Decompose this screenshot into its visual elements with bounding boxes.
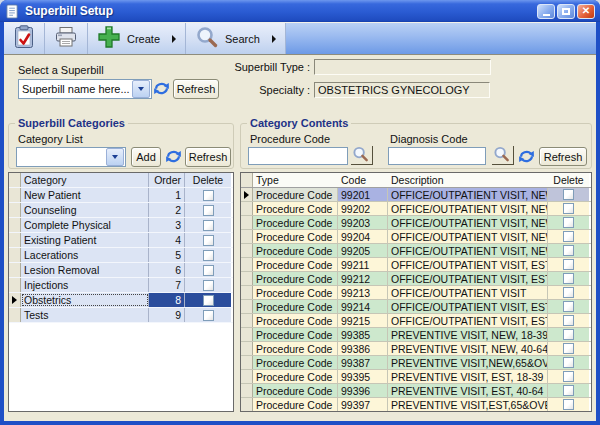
type-cell[interactable]: Procedure Code: [253, 314, 338, 327]
table-row[interactable]: Lacerations5: [9, 248, 233, 263]
titlebar[interactable]: Superbill Setup ✕: [0, 0, 600, 22]
table-row[interactable]: Procedure Code99386PREVENTIVE VISIT, NEW…: [241, 342, 591, 356]
table-row[interactable]: Procedure Code99385PREVENTIVE VISIT, NEW…: [241, 328, 591, 342]
create-menu-arrow-icon[interactable]: [172, 35, 176, 43]
delete-checkbox[interactable]: [563, 371, 574, 382]
delete-checkbox[interactable]: [563, 189, 574, 200]
table-row[interactable]: Procedure Code99203OFFICE/OUTPATIENT VIS…: [241, 216, 591, 230]
description-cell[interactable]: OFFICE/OUTPATIENT VISIT, EST: [388, 272, 548, 285]
delete-checkbox[interactable]: [203, 250, 214, 261]
delete-checkbox[interactable]: [563, 301, 574, 312]
table-row[interactable]: Procedure Code99387PREVENTIVE VISIT,NEW,…: [241, 356, 591, 370]
code-cell[interactable]: 99386: [338, 342, 388, 355]
delete-checkbox[interactable]: [563, 399, 574, 410]
table-row[interactable]: Counseling2: [9, 203, 233, 218]
description-column-header[interactable]: Description: [388, 173, 548, 187]
refresh-categories-icon[interactable]: [165, 149, 185, 166]
order-cell[interactable]: 6: [149, 263, 185, 277]
row-selector-cell[interactable]: [241, 286, 253, 299]
row-selector-cell[interactable]: [241, 216, 253, 229]
diagnosis-code-search-button[interactable]: [492, 146, 514, 165]
order-cell[interactable]: 2: [149, 203, 185, 217]
row-selector-cell[interactable]: [9, 263, 21, 277]
delete-checkbox[interactable]: [563, 217, 574, 228]
delete-checkbox[interactable]: [563, 287, 574, 298]
type-cell[interactable]: Procedure Code: [253, 356, 338, 369]
order-cell[interactable]: 3: [149, 218, 185, 232]
refresh-contents-icon[interactable]: [518, 149, 538, 166]
type-cell[interactable]: Procedure Code: [253, 286, 338, 299]
table-row[interactable]: Procedure Code99211OFFICE/OUTPATIENT VIS…: [241, 258, 591, 272]
category-cell[interactable]: Tests: [21, 308, 149, 322]
type-column-header[interactable]: Type: [253, 173, 338, 187]
type-cell[interactable]: Procedure Code: [253, 384, 338, 397]
description-cell[interactable]: PREVENTIVE VISIT,EST,65&OVER: [388, 398, 548, 411]
delete-checkbox[interactable]: [203, 310, 214, 321]
delete-checkbox[interactable]: [203, 280, 214, 291]
type-cell[interactable]: Procedure Code: [253, 258, 338, 271]
description-cell[interactable]: OFFICE/OUTPATIENT VISIT, NEW: [388, 244, 548, 257]
type-cell[interactable]: Procedure Code: [253, 244, 338, 257]
table-row[interactable]: New Patient1: [9, 188, 233, 203]
description-cell[interactable]: OFFICE/OUTPATIENT VISIT, NEW: [388, 216, 548, 229]
delete-checkbox[interactable]: [563, 315, 574, 326]
table-row[interactable]: Procedure Code99202OFFICE/OUTPATIENT VIS…: [241, 202, 591, 216]
description-cell[interactable]: OFFICE/OUTPATIENT VISIT, EST: [388, 258, 548, 271]
procedure-code-input[interactable]: [248, 147, 348, 165]
order-cell[interactable]: 5: [149, 248, 185, 262]
refresh-superbill-button[interactable]: Refresh: [173, 79, 219, 99]
row-selector-cell[interactable]: [9, 218, 21, 232]
row-selector-cell[interactable]: [241, 342, 253, 355]
row-selector-cell[interactable]: [9, 203, 21, 217]
code-cell[interactable]: 99213: [338, 286, 388, 299]
code-column-header[interactable]: Code: [338, 173, 388, 187]
minimize-button[interactable]: [537, 4, 555, 19]
category-cell[interactable]: Obstetrics: [21, 293, 149, 307]
code-cell[interactable]: 99387: [338, 356, 388, 369]
code-cell[interactable]: 99385: [338, 328, 388, 341]
code-cell[interactable]: 99396: [338, 384, 388, 397]
create-button[interactable]: Create: [88, 23, 186, 54]
row-selector-cell[interactable]: [9, 293, 21, 307]
code-cell[interactable]: 99202: [338, 202, 388, 215]
delete-checkbox[interactable]: [563, 273, 574, 284]
code-cell[interactable]: 99215: [338, 314, 388, 327]
table-row[interactable]: Procedure Code99215OFFICE/OUTPATIENT VIS…: [241, 314, 591, 328]
delete-checkbox[interactable]: [563, 203, 574, 214]
type-cell[interactable]: Procedure Code: [253, 398, 338, 411]
row-selector-cell[interactable]: [9, 248, 21, 262]
type-cell[interactable]: Procedure Code: [253, 230, 338, 243]
order-column-header[interactable]: Order: [149, 173, 185, 187]
table-row[interactable]: Procedure Code99204OFFICE/OUTPATIENT VIS…: [241, 230, 591, 244]
order-cell[interactable]: 9: [149, 308, 185, 322]
row-selector-cell[interactable]: [9, 278, 21, 292]
description-cell[interactable]: PREVENTIVE VISIT, NEW, 18-39: [388, 328, 548, 341]
chevron-down-icon[interactable]: [132, 80, 150, 98]
type-cell[interactable]: Procedure Code: [253, 370, 338, 383]
superbill-combo[interactable]: Superbill name here...: [18, 79, 152, 99]
code-cell[interactable]: 99203: [338, 216, 388, 229]
table-row[interactable]: Existing Patient4: [9, 233, 233, 248]
description-cell[interactable]: PREVENTIVE VISIT, NEW, 40-64: [388, 342, 548, 355]
table-row[interactable]: Procedure Code99397PREVENTIVE VISIT,EST,…: [241, 398, 591, 412]
delete-checkbox[interactable]: [203, 265, 214, 276]
category-cell[interactable]: Counseling: [21, 203, 149, 217]
table-row[interactable]: Procedure Code99396PREVENTIVE VISIT, EST…: [241, 384, 591, 398]
row-selector-cell[interactable]: [241, 272, 253, 285]
description-cell[interactable]: OFFICE/OUTPATIENT VISIT, NEW: [388, 202, 548, 215]
delete-checkbox[interactable]: [563, 245, 574, 256]
description-cell[interactable]: OFFICE/OUTPATIENT VISIT, EST: [388, 300, 548, 313]
procedure-code-search-button[interactable]: [351, 146, 373, 165]
diagnosis-code-input[interactable]: [388, 147, 486, 165]
close-button[interactable]: ✕: [577, 4, 595, 19]
delete-checkbox[interactable]: [563, 343, 574, 354]
print-button[interactable]: [45, 23, 88, 54]
code-cell[interactable]: 99201: [338, 188, 388, 201]
table-row[interactable]: Obstetrics8: [9, 293, 233, 308]
search-menu-arrow-icon[interactable]: [272, 35, 276, 43]
row-selector-cell[interactable]: [241, 300, 253, 313]
type-cell[interactable]: Procedure Code: [253, 202, 338, 215]
add-category-button[interactable]: Add: [131, 147, 161, 167]
code-cell[interactable]: 99212: [338, 272, 388, 285]
type-cell[interactable]: Procedure Code: [253, 300, 338, 313]
